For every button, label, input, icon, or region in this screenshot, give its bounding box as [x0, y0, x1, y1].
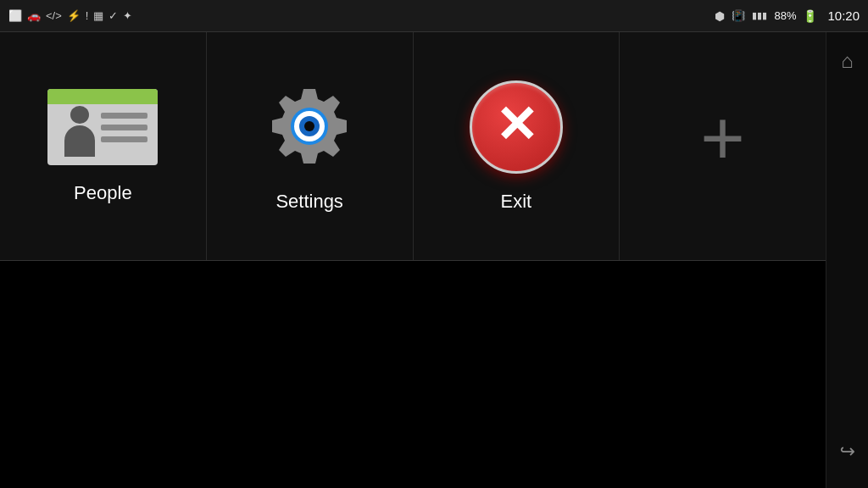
android-icon: ✦ [123, 9, 132, 22]
status-time: 10:20 [827, 8, 860, 23]
people-label: People [74, 182, 132, 204]
signal-icon: ▮▮▮ [752, 10, 767, 21]
settings-label: Settings [275, 191, 343, 213]
gear-icon [263, 80, 356, 174]
right-sidebar: ⌂ ↩ [826, 32, 868, 488]
battery-icon: 🔋 [803, 9, 817, 23]
status-icons-left: ⬜ 🚗 </> ⚡ ! ▦ ✓ ✦ [8, 9, 132, 22]
people-icon-greenbar [47, 89, 158, 104]
people-line-2 [101, 125, 147, 130]
exit-icon: ✕ [470, 80, 563, 174]
back-icon[interactable]: ↩ [840, 441, 855, 463]
people-icon [47, 89, 158, 165]
app-grid: People Settings ✕ [0, 32, 826, 261]
people-line-3 [101, 136, 147, 142]
people-lines [101, 113, 147, 142]
settings-app-tile[interactable]: Settings [207, 32, 414, 260]
alert-icon: ! [86, 9, 89, 22]
exit-x-mark: ✕ [495, 100, 537, 151]
status-icons-right: ⬢ 📳 ▮▮▮ 88% 🔋 10:20 [715, 8, 860, 23]
add-app-tile[interactable]: + [620, 32, 826, 260]
code-icon: </> [46, 9, 62, 22]
battery-percent: 88% [774, 9, 796, 22]
usb-icon: ⚡ [67, 9, 81, 22]
person-body [64, 125, 95, 157]
people-app-tile[interactable]: People [0, 32, 207, 260]
svg-point-3 [304, 121, 314, 131]
person-head [70, 106, 89, 124]
vibrate-icon: 📳 [732, 9, 745, 22]
bottom-area [0, 261, 826, 488]
person-silhouette [60, 106, 98, 157]
exit-app-tile[interactable]: ✕ Exit [414, 32, 620, 260]
qr-icon: ▦ [93, 9, 103, 22]
car-icon: 🚗 [27, 9, 41, 22]
home-icon[interactable]: ⌂ [841, 49, 854, 73]
status-bar: ⬜ 🚗 </> ⚡ ! ▦ ✓ ✦ ⬢ 📳 ▮▮▮ 88% 🔋 10:20 [0, 0, 868, 32]
people-line-1 [101, 113, 147, 119]
exit-label: Exit [501, 191, 532, 213]
check-icon: ✓ [108, 9, 118, 22]
bluetooth-icon: ⬢ [715, 9, 725, 23]
tablet-icon: ⬜ [8, 9, 22, 22]
add-icon: + [700, 100, 745, 176]
